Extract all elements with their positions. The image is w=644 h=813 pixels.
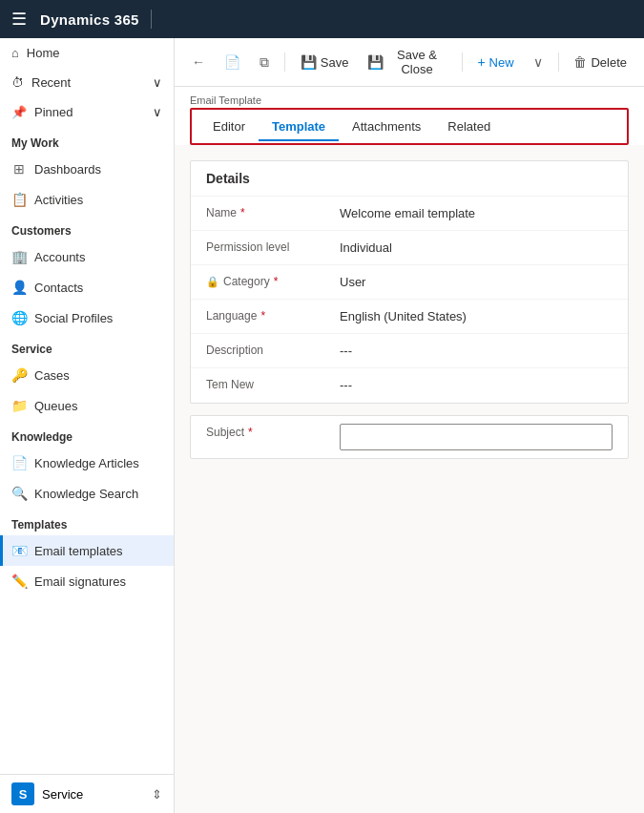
tab-editor[interactable]: Editor — [199, 114, 259, 141]
form-value-permission-level: Individual — [340, 239, 613, 255]
dropdown-icon: ∨ — [533, 54, 543, 70]
email-signatures-icon: ✏️ — [11, 573, 27, 589]
form-value-category: User — [340, 273, 613, 289]
contacts-icon: 👤 — [11, 280, 27, 295]
recent-icon: ⏱ — [11, 75, 24, 90]
form-label-permission-level: Permission level — [206, 239, 340, 254]
section-title-knowledge: Knowledge — [0, 421, 174, 448]
back-icon: ← — [192, 54, 205, 70]
sidebar-item-cases[interactable]: 🔑 Cases — [0, 360, 174, 390]
open-in-new-button[interactable]: ⧉ — [252, 51, 277, 74]
record-icon: 📄 — [224, 54, 240, 70]
sidebar-item-social-profiles[interactable]: 🌐 Social Profiles — [0, 302, 174, 333]
record-icon-button[interactable]: 📄 — [217, 51, 248, 73]
section-title-mywork: My Work — [0, 127, 174, 154]
delete-label: Delete — [591, 55, 627, 70]
main-layout: ⌂ Home ⏱ Recent ∨ 📌 Pinned ∨ My Work ⊞ D… — [0, 38, 644, 813]
delete-button[interactable]: 🗑 Delete — [566, 51, 634, 73]
knowledge-articles-icon: 📄 — [11, 455, 27, 470]
sidebar-label-contacts: Contacts — [34, 281, 83, 295]
sidebar-item-queues[interactable]: 📁 Queues — [0, 390, 174, 421]
sidebar-label-email-signatures: Email signatures — [34, 574, 126, 589]
delete-icon: 🗑 — [573, 54, 587, 70]
form-label-name: Name * — [206, 204, 340, 219]
tabs-row: Editor Template Attachments Related — [190, 108, 629, 145]
form-row-name: Name * Welcome email template — [191, 197, 628, 231]
sidebar-expand-icon: ⇕ — [152, 787, 162, 802]
knowledge-search-icon: 🔍 — [11, 486, 27, 501]
save-close-icon: 💾 — [367, 54, 384, 70]
new-label: New — [489, 55, 514, 70]
form-row-permission-level: Permission level Individual — [191, 231, 628, 265]
dropdown-button[interactable]: ∨ — [526, 51, 551, 73]
sidebar-item-contacts[interactable]: 👤 Contacts — [0, 272, 174, 302]
required-indicator-name: * — [240, 206, 245, 219]
form-section-subject: Subject * — [190, 415, 629, 459]
toolbar-divider-2 — [462, 52, 463, 72]
form-value-name: Welcome email template — [340, 204, 613, 220]
dashboards-icon: ⊞ — [11, 161, 27, 177]
save-label: Save — [321, 55, 349, 70]
form-value-tem-new: --- — [340, 376, 613, 392]
content-area: ← 📄 ⧉ 💾 Save 💾 Save & Close + New — [175, 38, 644, 813]
lock-icon: 🔒 — [206, 276, 219, 288]
tab-section: Email Template Editor Template Attachmen… — [175, 87, 644, 145]
form-row-subject: Subject * — [191, 416, 628, 458]
sidebar-item-home[interactable]: ⌂ Home — [0, 38, 174, 68]
tab-template[interactable]: Template — [259, 114, 339, 141]
required-indicator-language: * — [260, 309, 265, 323]
sidebar-label-pinned: Pinned — [34, 105, 73, 119]
tab-related[interactable]: Related — [434, 114, 504, 141]
section-title-customers: Customers — [0, 215, 174, 241]
sidebar-item-accounts[interactable]: 🏢 Accounts — [0, 241, 174, 272]
open-new-icon: ⧉ — [260, 54, 269, 71]
sidebar-item-recent[interactable]: ⏱ Recent ∨ — [0, 68, 174, 97]
activities-icon: 📋 — [11, 192, 27, 207]
sidebar-item-knowledge-search[interactable]: 🔍 Knowledge Search — [0, 478, 174, 509]
section-title-service: Service — [0, 333, 174, 360]
sidebar-label-social-profiles: Social Profiles — [34, 311, 113, 325]
new-button[interactable]: + New — [469, 51, 521, 73]
tab-section-header: Email Template — [190, 87, 629, 108]
sidebar-label-knowledge-articles: Knowledge Articles — [34, 456, 139, 470]
sidebar-label-dashboards: Dashboards — [34, 162, 101, 177]
sidebar-bottom[interactable]: S Service ⇕ — [0, 774, 174, 813]
toolbar-divider-1 — [284, 52, 285, 72]
sidebar-label-recent: Recent — [31, 75, 71, 90]
save-close-label: Save & Close — [387, 48, 446, 76]
form-row-category: 🔒 Category * User — [191, 265, 628, 300]
save-button[interactable]: 💾 Save — [293, 51, 357, 73]
top-bar-divider — [151, 10, 152, 29]
queues-icon: 📁 — [11, 398, 27, 413]
top-bar: ☰ Dynamics 365 — [0, 0, 644, 38]
form-label-description: Description — [206, 342, 340, 357]
form-section-details: Details Name * Welcome email template Pe… — [190, 160, 629, 404]
sidebar: ⌂ Home ⏱ Recent ∨ 📌 Pinned ∨ My Work ⊞ D… — [0, 38, 175, 813]
email-templates-icon: 📧 — [11, 543, 27, 558]
sidebar-label-queues: Queues — [34, 399, 78, 413]
form-row-language: Language * English (United States) — [191, 300, 628, 334]
sidebar-item-activities[interactable]: 📋 Activities — [0, 184, 174, 215]
new-icon: + — [477, 54, 485, 70]
sidebar-item-dashboards[interactable]: ⊞ Dashboards — [0, 154, 174, 184]
sidebar-label-cases: Cases — [34, 368, 70, 383]
tab-attachments[interactable]: Attachments — [339, 114, 434, 141]
hamburger-menu-icon[interactable]: ☰ — [11, 9, 27, 30]
sidebar-item-email-templates[interactable]: 📧 Email templates — [0, 535, 174, 566]
pin-icon: 📌 — [11, 105, 27, 119]
section-title-templates: Templates — [0, 509, 174, 535]
form-label-subject: Subject * — [206, 424, 340, 439]
subject-input[interactable] — [340, 424, 613, 450]
sidebar-item-email-signatures[interactable]: ✏️ Email signatures — [0, 566, 174, 596]
back-button[interactable]: ← — [184, 51, 213, 73]
home-icon: ⌂ — [11, 46, 19, 60]
save-close-button[interactable]: 💾 Save & Close — [360, 44, 453, 80]
sidebar-item-pinned[interactable]: 📌 Pinned ∨ — [0, 97, 174, 127]
form-label-tem-new: Tem New — [206, 376, 340, 391]
form-section-title: Details — [191, 161, 628, 197]
sidebar-item-knowledge-articles[interactable]: 📄 Knowledge Articles — [0, 448, 174, 478]
form-row-tem-new: Tem New --- — [191, 368, 628, 403]
sidebar-label-activities: Activities — [34, 193, 83, 207]
sidebar-label-knowledge-search: Knowledge Search — [34, 487, 138, 501]
sidebar-label-email-templates: Email templates — [34, 544, 122, 558]
